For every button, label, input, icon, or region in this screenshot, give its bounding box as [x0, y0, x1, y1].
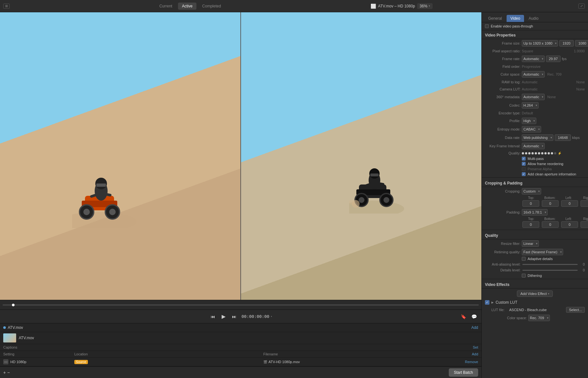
data-rate-select-wrapper[interactable]: Web publishing — [522, 134, 553, 141]
frame-rate-select[interactable]: Automatic — [522, 56, 545, 62]
lut-color-space-select-wrapper[interactable]: Rec. 709 — [528, 315, 550, 321]
frame-rate-select-wrapper[interactable]: Automatic — [522, 56, 545, 62]
keyframe-select-wrapper[interactable]: Automatic — [522, 143, 545, 149]
resize-filter-select-wrapper[interactable]: Linear — [522, 240, 539, 247]
quality-section-header: Quality — [482, 231, 588, 239]
allow-reorder-label: Allow frame reordering — [528, 162, 563, 166]
zoom-control[interactable]: 36% ▾ — [417, 3, 433, 9]
bookmark-button[interactable]: 🔖 — [459, 313, 467, 320]
camera-lut-row: Camera LUT: Automatic None — [482, 86, 588, 93]
skip-forward-button[interactable]: ⏭ — [231, 313, 238, 320]
remove-button[interactable]: Remove — [465, 360, 478, 364]
preserve-alpha-checkbox[interactable] — [522, 167, 526, 171]
video-panel: ⏮ ▶ ⏭ 00:00:00:00 ▾ 🔖 💬 ATV.mov Add — [0, 12, 481, 378]
tab-general[interactable]: General — [484, 15, 506, 22]
allow-reorder-checkbox[interactable] — [522, 162, 526, 166]
data-rate-num[interactable] — [555, 134, 571, 141]
sidebar-toggle[interactable]: ⊞ — [3, 4, 10, 9]
crop-top-input[interactable] — [522, 200, 539, 207]
crop-bottom-header: Bottom: — [541, 196, 559, 200]
add-effect-button[interactable]: Add Video Effect ▾ — [517, 290, 553, 297]
tab-audio[interactable]: Audio — [525, 15, 542, 22]
adaptive-checkbox[interactable] — [522, 257, 526, 261]
codec-label: Codec: — [485, 103, 520, 107]
quality-dot-1 — [525, 152, 527, 154]
start-batch-button[interactable]: Start Batch — [449, 368, 478, 377]
retiming-select-wrapper[interactable]: Fast (Nearest Frame) — [522, 249, 563, 255]
fps-label: fps — [562, 57, 567, 61]
tab-current[interactable]: Current — [155, 3, 176, 10]
crop-bottom-input[interactable] — [542, 200, 559, 207]
tab-video[interactable]: Video — [507, 15, 524, 22]
timeline-scrubber[interactable] — [12, 304, 15, 306]
dithering-label: Dithering — [528, 274, 542, 278]
col-filename: Filename — [263, 352, 452, 356]
table-header: Setting Location Filename Add — [0, 351, 481, 358]
frame-size-select-wrapper[interactable]: Up to 1920 x 1080 — [522, 40, 558, 47]
crop-left-input[interactable] — [561, 200, 578, 207]
tab-completed[interactable]: Completed — [198, 3, 225, 10]
lut-color-space-select[interactable]: Rec. 709 — [528, 315, 550, 321]
resize-filter-select[interactable]: Linear — [522, 240, 539, 247]
file-icon: 🎬 — [263, 360, 267, 364]
field-order-row: Field order: Progressive — [482, 63, 588, 70]
lut-expander[interactable]: ▶ — [491, 301, 494, 304]
anti-alias-slider[interactable] — [522, 264, 578, 265]
svg-point-4 — [83, 209, 90, 215]
padding-label: Padding: — [485, 210, 520, 214]
padding-select-wrapper[interactable]: 16x9 1.78:1 — [522, 209, 548, 215]
crop-right-input[interactable] — [581, 200, 588, 207]
pad-right-input[interactable] — [581, 221, 588, 228]
file-list-area: ATV.mov Add ATV.mov Captions Set Setting… — [0, 323, 481, 366]
pad-top-input[interactable] — [522, 221, 539, 228]
color-space-value: Automatic Rec. 709 — [522, 71, 585, 78]
set-captions-button[interactable]: Set — [473, 345, 478, 349]
play-button[interactable]: ▶ — [220, 312, 227, 321]
minus-item-button[interactable]: − — [7, 370, 10, 375]
retiming-select[interactable]: Fast (Nearest Frame) — [522, 249, 563, 255]
crop-top-header: Top: — [522, 196, 541, 200]
cropping-select-wrapper[interactable]: Custom — [522, 188, 541, 194]
lut-enabled-checkbox[interactable]: ✓ — [485, 300, 489, 305]
pad-bottom-input[interactable] — [542, 221, 559, 228]
video-divider[interactable] — [240, 12, 241, 300]
file-add-button[interactable]: Add — [471, 325, 478, 330]
metadata-select[interactable]: Automatic — [522, 94, 545, 100]
dithering-checkbox[interactable] — [522, 274, 526, 278]
add-item-button[interactable]: + — [3, 370, 6, 375]
frame-size-h[interactable] — [575, 40, 588, 47]
fullscreen-toggle[interactable]: ⤢ — [578, 4, 585, 9]
frame-rate-num[interactable] — [546, 56, 561, 62]
data-rate-select[interactable]: Web publishing — [522, 134, 553, 141]
skip-back-button[interactable]: ⏮ — [209, 313, 216, 320]
profile-select-wrapper[interactable]: High — [522, 118, 536, 124]
entropy-select-wrapper[interactable]: CABAC — [522, 126, 541, 132]
color-space-select[interactable]: Automatic — [522, 71, 545, 78]
pad-left-header: Left: — [559, 217, 578, 221]
comment-button[interactable]: 💬 — [470, 313, 478, 320]
profile-select[interactable]: High — [522, 118, 536, 124]
codec-select-wrapper[interactable]: H.264 — [522, 102, 539, 109]
titlebar-right: ⤢ — [578, 4, 585, 9]
color-space-select-wrapper[interactable]: Automatic — [522, 71, 545, 78]
multipass-checkbox[interactable] — [522, 157, 526, 161]
frame-size-w[interactable] — [559, 40, 574, 47]
quality-dots[interactable] — [522, 152, 556, 154]
padding-select[interactable]: 16x9 1.78:1 — [522, 209, 548, 215]
clean-aperture-label: Add clean aperture information — [528, 172, 576, 176]
keyframe-select[interactable]: Automatic — [522, 143, 545, 149]
metadata-select-wrapper[interactable]: Automatic — [522, 94, 545, 100]
codec-select[interactable]: H.264 — [522, 102, 539, 109]
pad-left-input[interactable] — [561, 221, 578, 228]
tab-active[interactable]: Active — [178, 3, 196, 10]
lut-select-button[interactable]: Select... — [566, 307, 585, 313]
cropping-row: Cropping: Custom — [482, 187, 588, 195]
entropy-select[interactable]: CABAC — [522, 126, 541, 132]
timeline-bar[interactable] — [3, 304, 479, 306]
details-slider[interactable] — [522, 270, 578, 271]
clean-aperture-checkbox[interactable] — [522, 172, 526, 176]
passthrough-checkbox[interactable] — [485, 24, 489, 28]
cropping-select[interactable]: Custom — [522, 188, 541, 194]
frame-size-select[interactable]: Up to 1920 x 1080 — [522, 40, 558, 47]
timecode-display: 00:00:00:00 ▾ — [242, 314, 272, 319]
